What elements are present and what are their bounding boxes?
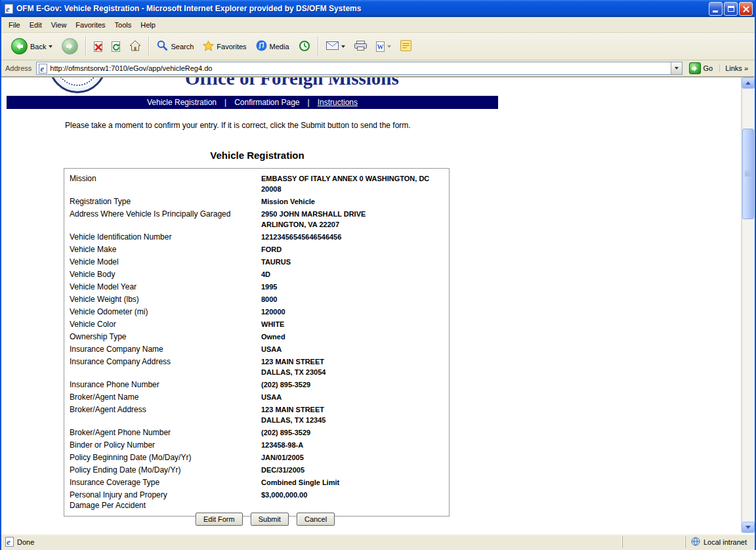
- menu-item[interactable]: Help: [136, 19, 160, 31]
- field-label: Address Where Vehicle Is Principally Gar…: [70, 209, 261, 219]
- table-row: Ownership Type Owned: [64, 330, 449, 343]
- menu-bar: FileEditViewFavoritesToolsHelp: [1, 17, 755, 33]
- field-label: Vehicle Weight (lbs): [70, 294, 261, 305]
- stop-icon: [94, 41, 102, 52]
- media-button[interactable]: Media: [251, 35, 294, 58]
- vertical-scrollbar[interactable]: [741, 77, 755, 533]
- menu-item[interactable]: File: [4, 19, 25, 31]
- forward-button[interactable]: [57, 35, 83, 58]
- nav-confirmation-page[interactable]: Confirmation Page: [234, 98, 299, 107]
- favorites-button[interactable]: Favorites: [198, 35, 251, 58]
- scroll-up-button[interactable]: [742, 77, 755, 89]
- back-button[interactable]: Back: [7, 35, 57, 58]
- nav-separator: |: [224, 98, 226, 107]
- search-icon: [157, 40, 168, 53]
- links-chevron-icon: »: [744, 64, 748, 72]
- field-value: 12123456545646546456: [261, 232, 444, 242]
- notes-button[interactable]: [396, 35, 416, 58]
- edit-with-word-button[interactable]: W: [371, 35, 396, 58]
- address-label: Address: [4, 64, 33, 72]
- menu-item[interactable]: Favorites: [71, 19, 110, 31]
- word-glyph: W: [377, 43, 384, 51]
- home-button[interactable]: [125, 35, 146, 58]
- field-label: Personal Injury and Propery Damage Per A…: [70, 490, 261, 511]
- menu-item[interactable]: View: [47, 19, 72, 31]
- field-label: Vehicle Model: [70, 257, 261, 267]
- page-nav-bar: Vehicle Registration | Confirmation Page…: [7, 96, 498, 109]
- back-dropdown-icon[interactable]: [49, 45, 52, 48]
- scroll-down-button[interactable]: [742, 522, 755, 533]
- word-dropdown-icon[interactable]: [387, 45, 391, 48]
- submit-button[interactable]: Submit: [251, 513, 289, 526]
- field-label: Policy Beginning Date (Mo/Day/Yr): [70, 452, 261, 463]
- site-title: Office of Foreign Missions: [185, 77, 399, 89]
- status-page-icon: e: [5, 537, 14, 547]
- field-label: Vehicle Body: [70, 269, 261, 280]
- history-button[interactable]: [294, 35, 315, 58]
- edit-form-button[interactable]: Edit Form: [196, 513, 243, 526]
- table-row: Insurance Phone Number (202) 895-3529: [64, 378, 449, 391]
- field-value: 123 MAIN STREET DALLAS, TX 12345: [261, 404, 444, 425]
- address-url[interactable]: http://ofmsntsorw1:7010/eGov/app/vehicle…: [50, 64, 667, 72]
- field-value: USAA: [261, 344, 444, 354]
- table-row: Vehicle Model TAURUS: [64, 255, 449, 268]
- table-row: Broker/Agent Address 123 MAIN STREET DAL…: [64, 403, 449, 426]
- window-title: OFM E-Gov: Vehicle Registration - Micros…: [16, 4, 707, 13]
- go-icon: [689, 62, 701, 74]
- close-button[interactable]: [739, 2, 753, 16]
- browser-viewport: Office of Foreign Missions Vehicle Regis…: [1, 77, 755, 533]
- minimize-button[interactable]: [709, 2, 723, 16]
- status-pane: [622, 536, 681, 548]
- address-dropdown-button[interactable]: [671, 62, 682, 74]
- ofm-seal-logo: [49, 77, 106, 93]
- table-row: Personal Injury and Propery Damage Per A…: [64, 488, 449, 511]
- field-label: Vehicle Make: [70, 244, 261, 255]
- links-button[interactable]: Links »: [719, 64, 752, 72]
- security-zone-pane: Local intranet: [685, 536, 752, 548]
- note-icon: [400, 40, 411, 53]
- table-row: Vehicle Color WHITE: [64, 318, 449, 330]
- field-value: 1995: [261, 282, 444, 292]
- field-value: 120000: [261, 307, 444, 317]
- scrollbar-thumb[interactable]: [742, 129, 754, 219]
- table-row: Binder or Policy Number 123458-98-A: [64, 438, 449, 451]
- go-button[interactable]: Go: [686, 62, 717, 74]
- field-label: Registration Type: [70, 196, 261, 207]
- nav-instructions-link[interactable]: Instructions: [318, 98, 358, 107]
- browser-window: e OFM E-Gov: Vehicle Registration - Micr…: [0, 0, 756, 550]
- back-icon: [11, 38, 28, 54]
- favorites-label: Favorites: [217, 43, 246, 51]
- print-button[interactable]: [350, 35, 371, 58]
- media-icon: [256, 40, 267, 53]
- field-value: $3,000,000.00: [261, 490, 444, 500]
- search-button[interactable]: Search: [152, 35, 198, 58]
- field-label: Broker/Agent Phone Number: [70, 427, 261, 438]
- field-value: 2950 JOHN MARSHALL DRIVE ARLINGTON, VA 2…: [261, 209, 444, 230]
- ie-e-glyph: e: [7, 537, 10, 547]
- mail-button[interactable]: [322, 35, 350, 58]
- security-zone-label: Local intranet: [704, 538, 747, 546]
- table-row: Vehicle Make FORD: [64, 243, 449, 255]
- table-row: Policy Beginning Date (Mo/Day/Yr) JAN/01…: [64, 451, 449, 463]
- search-label: Search: [171, 43, 194, 51]
- refresh-button[interactable]: [107, 35, 125, 58]
- table-row: Broker/Agent Phone Number (202) 895-3529: [64, 426, 449, 438]
- field-value: 4D: [261, 269, 444, 280]
- field-value: 123458-98-A: [261, 440, 444, 450]
- cancel-button[interactable]: Cancel: [297, 513, 335, 526]
- table-row: Insurance Company Address 123 MAIN STREE…: [64, 355, 449, 378]
- menu-item[interactable]: Edit: [25, 19, 47, 31]
- field-value: Combined Single Limit: [261, 477, 444, 488]
- restore-button[interactable]: [724, 2, 738, 16]
- stop-button[interactable]: [89, 35, 107, 58]
- menu-item[interactable]: Tools: [110, 19, 136, 31]
- mail-dropdown-icon[interactable]: [341, 45, 345, 48]
- field-value: TAURUS: [261, 257, 444, 267]
- mail-icon: [326, 41, 339, 51]
- field-label: Policy Ending Date (Mo/Day/Yr): [70, 465, 261, 475]
- form-buttons: Edit Form Submit Cancel: [196, 513, 335, 526]
- nav-vehicle-registration[interactable]: Vehicle Registration: [147, 98, 217, 107]
- address-input[interactable]: e http://ofmsntsorw1:7010/eGov/app/vehic…: [36, 62, 682, 75]
- nav-separator: |: [308, 98, 310, 107]
- scrollbar-track[interactable]: [742, 89, 755, 522]
